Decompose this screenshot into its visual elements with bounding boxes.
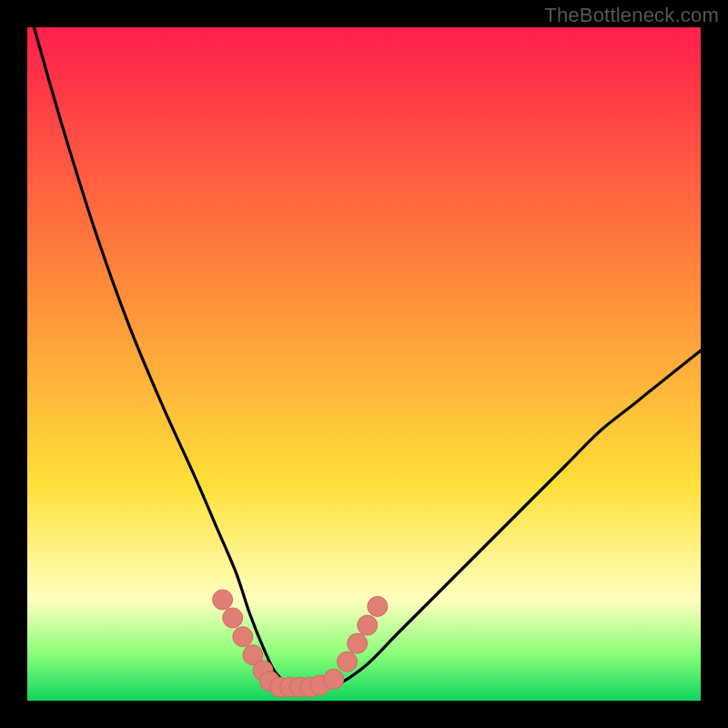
watermark-text: TheBottleneck.com [544,4,719,27]
curve-marker [324,669,344,689]
plot-background [27,27,701,701]
chart-canvas [0,0,728,728]
curve-marker [233,627,253,647]
curve-marker [368,596,388,616]
chart-stage: TheBottleneck.com [0,0,728,728]
curve-marker [358,615,378,635]
curve-marker [213,590,233,610]
curve-marker [338,652,358,672]
curve-marker [223,608,243,628]
curve-marker [348,633,368,653]
